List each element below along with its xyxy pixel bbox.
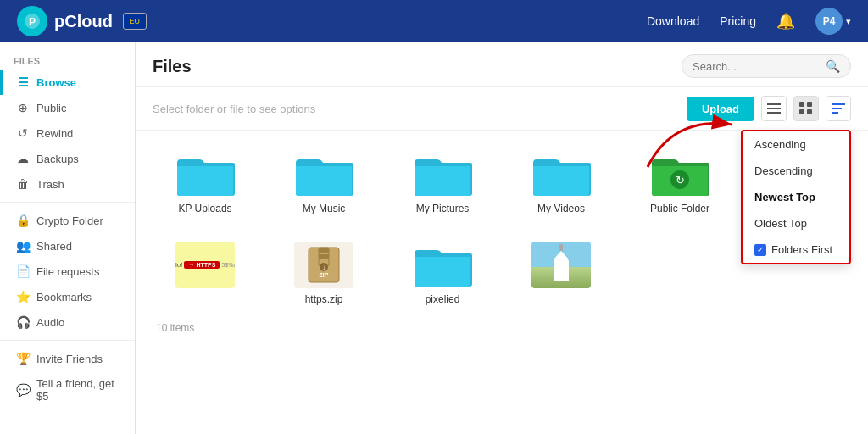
- sidebar-item-bookmarks[interactable]: ⭐ Bookmarks: [0, 284, 135, 309]
- file-item-city[interactable]: [509, 235, 614, 312]
- sidebar-item-file-requests[interactable]: 📄 File requests: [0, 259, 135, 284]
- search-input[interactable]: [693, 60, 821, 73]
- layout: Files ☰ Browse ⊕ Public ↺ Rewind ☁ Backu…: [0, 42, 868, 434]
- svg-rect-18: [319, 254, 329, 259]
- file-requests-icon: 📄: [16, 264, 30, 278]
- sort-descending-label: Descending: [754, 164, 813, 177]
- sort-ascending[interactable]: Ascending: [743, 131, 849, 158]
- folders-first-checkbox: ✓: [754, 244, 766, 256]
- sidebar-label-crypto: Crypto Folder: [36, 214, 103, 227]
- svg-rect-2: [767, 103, 781, 105]
- file-item-pixelied[interactable]: pixelied: [390, 235, 495, 312]
- file-item-https-image[interactable]: Hello! →HTTPS 5$%a#!6: [153, 235, 258, 312]
- sidebar-item-invite[interactable]: 🏆 Invite Friends: [0, 346, 135, 371]
- sidebar-label-invite: Invite Friends: [36, 353, 103, 365]
- file-item-kp-uploads[interactable]: KP Uploads: [153, 144, 258, 221]
- svg-rect-17: [319, 248, 329, 253]
- svg-rect-7: [799, 109, 804, 114]
- thumb-city: [531, 242, 591, 288]
- view-list-button[interactable]: [761, 96, 787, 121]
- shared-icon: 👥: [16, 239, 30, 253]
- audio-icon: 🎧: [16, 315, 30, 329]
- svg-rect-4: [767, 112, 781, 114]
- sidebar-item-audio[interactable]: 🎧 Audio: [0, 309, 135, 335]
- main-topbar: Files 🔍: [136, 42, 868, 87]
- upload-button[interactable]: Upload: [687, 97, 754, 121]
- sidebar-divider-2: [0, 340, 135, 341]
- sort-newest-top-label: Newest Top: [754, 191, 815, 203]
- file-name-kp-uploads: KP Uploads: [178, 203, 231, 214]
- svg-text:ZIP: ZIP: [320, 272, 329, 278]
- svg-rect-6: [807, 102, 812, 107]
- sort-dropdown: Ascending Descending Newest Top Oldest T…: [741, 130, 851, 264]
- file-name-public-folder: Public Folder: [650, 203, 709, 214]
- nav-pricing[interactable]: Pricing: [720, 14, 756, 28]
- logo-icon: P: [17, 6, 47, 36]
- sidebar-item-public[interactable]: ⊕ Public: [0, 95, 135, 120]
- folder-svg-pixelied: [413, 242, 472, 288]
- sidebar-label-bookmarks: Bookmarks: [36, 291, 92, 303]
- sidebar-label-backups: Backups: [36, 153, 79, 165]
- thumb-https: Hello! →HTTPS 5$%a#!6: [175, 242, 235, 288]
- svg-rect-8: [807, 109, 812, 114]
- sidebar-item-browse[interactable]: ☰ Browse: [0, 70, 135, 95]
- avatar-wrapper[interactable]: P4 ▾: [815, 8, 851, 35]
- file-item-my-videos[interactable]: My Videos: [509, 144, 614, 221]
- folder-svg-my-videos: [531, 151, 591, 198]
- list-view-icon: [767, 102, 781, 115]
- sort-descending[interactable]: Descending: [743, 158, 849, 184]
- logo[interactable]: P pCloud EU: [17, 6, 147, 36]
- search-icon: 🔍: [826, 59, 840, 73]
- file-item-https-zip[interactable]: ZIP ↓ https.zip: [271, 235, 376, 312]
- toolbar-right: Upload: [687, 96, 851, 121]
- sort-folders-first[interactable]: ✓ Folders First: [743, 236, 849, 263]
- files-toolbar: Select folder or file to see options Upl…: [136, 87, 868, 131]
- tell-icon: 💬: [16, 383, 30, 397]
- eu-badge: EU: [123, 13, 147, 30]
- zip-icon: ZIP ↓: [294, 242, 353, 288]
- sidebar-label-browse: Browse: [36, 76, 76, 89]
- sidebar-item-trash[interactable]: 🗑 Trash: [0, 171, 135, 197]
- backups-icon: ☁: [16, 152, 30, 165]
- file-name-my-pictures: My Pictures: [416, 203, 470, 214]
- svg-text:P: P: [29, 16, 36, 28]
- logo-text: pCloud: [54, 12, 113, 31]
- sidebar-label-rewind: Rewind: [36, 127, 73, 140]
- main-content: Files 🔍 Select folder or file to see opt…: [136, 42, 868, 434]
- invite-icon: 🏆: [16, 352, 30, 365]
- items-count: 10 items: [153, 322, 851, 334]
- sort-button[interactable]: [826, 96, 851, 121]
- browse-icon: ☰: [16, 75, 30, 89]
- sort-newest-top[interactable]: Newest Top: [743, 184, 849, 210]
- trash-icon: 🗑: [16, 177, 30, 191]
- sidebar-item-rewind[interactable]: ↺ Rewind: [0, 120, 135, 146]
- svg-rect-5: [799, 102, 804, 107]
- search-box: 🔍: [682, 54, 851, 78]
- sidebar-item-shared[interactable]: 👥 Shared: [0, 233, 135, 259]
- folder-svg-my-music: [294, 151, 353, 198]
- select-hint: Select folder or file to see options: [153, 103, 315, 115]
- public-icon: ⊕: [16, 101, 30, 114]
- sidebar-item-crypto[interactable]: 🔒 Crypto Folder: [0, 208, 135, 233]
- file-name-my-videos: My Videos: [537, 203, 585, 214]
- file-name-my-music: My Music: [303, 203, 346, 214]
- sort-folders-first-label: Folders First: [771, 243, 832, 256]
- view-grid-button[interactable]: [793, 96, 819, 121]
- sort-ascending-label: Ascending: [754, 138, 806, 151]
- file-item-my-music[interactable]: My Music: [271, 144, 376, 221]
- bell-icon[interactable]: 🔔: [776, 12, 795, 31]
- sort-oldest-top[interactable]: Oldest Top: [743, 210, 849, 236]
- sidebar-label-audio: Audio: [36, 316, 64, 329]
- file-item-my-pictures[interactable]: My Pictures: [390, 144, 495, 221]
- grid-view-icon: [799, 102, 813, 115]
- folder-svg-my-pictures: [413, 151, 472, 198]
- file-name-pixelied: pixelied: [426, 293, 460, 305]
- svg-text:↓: ↓: [322, 264, 326, 271]
- file-item-public-folder[interactable]: ↻ Public Folder: [627, 144, 732, 221]
- nav-download[interactable]: Download: [647, 14, 699, 28]
- sidebar-item-tell[interactable]: 💬 Tell a friend, get $5: [0, 371, 135, 409]
- svg-text:↻: ↻: [676, 174, 685, 186]
- sidebar-label-shared: Shared: [36, 240, 72, 253]
- sidebar-item-backups[interactable]: ☁ Backups: [0, 146, 135, 171]
- sort-icon: [832, 102, 845, 115]
